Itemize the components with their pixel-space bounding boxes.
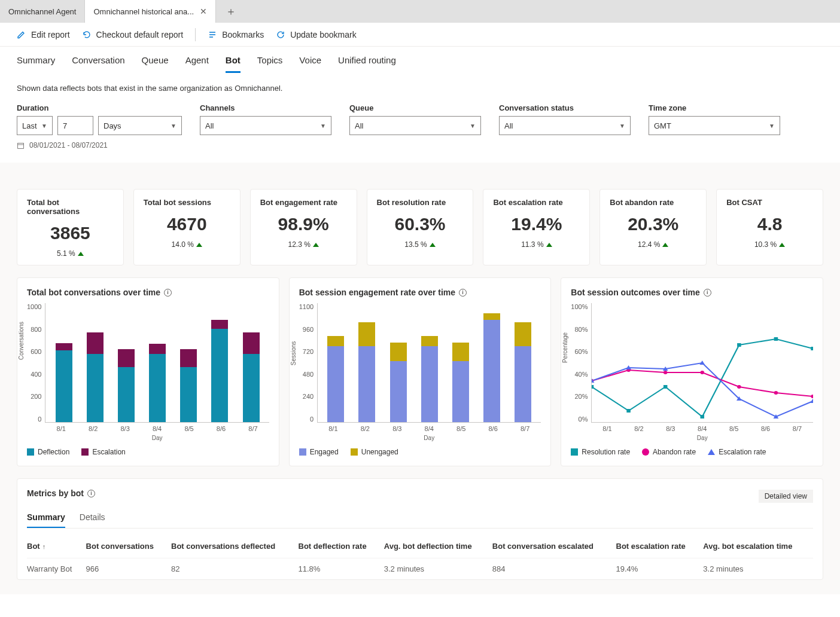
timezone-select[interactable]: GMT▼	[649, 116, 780, 135]
section-tab-summary[interactable]: Summary	[17, 55, 55, 73]
bar-segment	[327, 336, 344, 346]
section-tab-topics[interactable]: Topics	[257, 55, 283, 73]
kpi-card: Bot resolution rate 60.3% 13.5 %	[367, 189, 474, 265]
section-tab-queue[interactable]: Queue	[142, 55, 169, 73]
chevron-down-icon: ▼	[41, 123, 47, 129]
new-tab-button[interactable]: ＋	[216, 0, 246, 23]
svg-marker-21	[811, 399, 813, 403]
legend-swatch	[27, 448, 34, 456]
bar-segment	[515, 322, 531, 346]
bar-segment	[421, 336, 438, 346]
bar-column	[179, 303, 198, 422]
table-row[interactable]: Warranty Bot9668211.8%3.2 minutes88419.4…	[27, 558, 813, 580]
update-bookmark-button[interactable]: Update bookmark	[276, 30, 357, 39]
reset-icon	[82, 30, 92, 39]
column-header[interactable]: Avg. bot escalation time	[703, 534, 813, 558]
up-arrow-icon	[662, 243, 668, 247]
table-cell: 3.2 minutes	[703, 558, 813, 580]
kpi-title: Bot engagement rate	[260, 198, 337, 207]
chart-plot	[45, 303, 269, 423]
duration-unit-select[interactable]: Days▼	[98, 116, 182, 135]
bar-column	[210, 303, 229, 422]
duration-number-input[interactable]: 7	[57, 116, 93, 135]
line-series	[592, 339, 813, 417]
kpi-value: 60.3%	[394, 214, 445, 234]
bar-segment	[483, 320, 500, 422]
info-icon[interactable]: i	[704, 289, 711, 297]
chevron-down-icon: ▼	[470, 123, 476, 129]
bar-column	[242, 303, 261, 422]
bar-column	[357, 303, 376, 422]
bar-segment	[211, 320, 228, 329]
y-axis: 10008006004002000	[27, 303, 45, 423]
svg-rect-4	[701, 415, 705, 419]
window-tab-inactive[interactable]: Omnichannel Agent	[0, 0, 85, 23]
kpi-value: 98.9%	[278, 214, 329, 234]
window-tab-active[interactable]: Omnichannel historical ana... ✕	[85, 0, 216, 23]
checkout-report-button[interactable]: Checkout default report	[82, 30, 184, 39]
edit-report-button[interactable]: Edit report	[17, 30, 70, 39]
column-header[interactable]: Bot deflection rate	[299, 534, 384, 558]
up-arrow-icon	[78, 252, 84, 256]
bar-column	[86, 303, 105, 422]
svg-point-10	[664, 371, 668, 374]
bar-column	[54, 303, 74, 422]
y-axis: 100%80%60%40%20%0%	[571, 303, 591, 423]
bookmarks-icon	[208, 30, 217, 39]
bar-column	[326, 303, 345, 422]
column-header[interactable]: Bot conversations	[86, 534, 171, 558]
svg-point-13	[774, 391, 778, 395]
info-icon[interactable]: i	[87, 490, 95, 497]
kpi-card: Bot abandon rate 20.3% 12.4 %	[599, 189, 707, 265]
bar-column	[482, 303, 501, 422]
kpi-title: Bot abandon rate	[610, 198, 674, 207]
bar-column	[420, 303, 439, 422]
legend-item: Deflection	[27, 448, 69, 456]
bar-segment	[180, 367, 197, 422]
channels-select[interactable]: All▼	[200, 116, 331, 135]
section-tab-conversation[interactable]: Conversation	[72, 55, 124, 73]
info-icon[interactable]: i	[164, 289, 172, 297]
select-value: GMT	[654, 121, 671, 130]
filter-label-queue: Queue	[349, 103, 481, 112]
table-cell: 11.8%	[299, 558, 384, 580]
info-icon[interactable]: i	[459, 289, 467, 297]
column-header[interactable]: Bot conversation escalated	[492, 534, 616, 558]
column-header[interactable]: Avg. bot deflection time	[384, 534, 492, 558]
kpi-value: 4.8	[757, 214, 783, 234]
bar-segment	[87, 354, 104, 422]
svg-rect-7	[811, 347, 813, 350]
section-tab-bot[interactable]: Bot	[226, 55, 241, 73]
status-select[interactable]: All▼	[499, 116, 631, 135]
legend-item: Escalation	[81, 448, 125, 456]
close-icon[interactable]: ✕	[200, 7, 207, 16]
kpi-delta: 5.1 %	[57, 249, 84, 258]
refresh-icon	[276, 30, 285, 39]
kpi-row: Total bot conversations 3865 5.1 % Total…	[17, 189, 823, 265]
bar-segment	[87, 332, 104, 354]
select-value: Last	[22, 121, 37, 130]
y-axis-label: Sessions	[290, 341, 296, 366]
window-tab-strip: Omnichannel Agent Omnichannel historical…	[0, 0, 840, 23]
up-arrow-icon	[313, 243, 319, 247]
column-header[interactable]: Bot↑	[27, 534, 86, 558]
column-header[interactable]: Bot conversations deflected	[171, 534, 299, 558]
queue-select[interactable]: All▼	[349, 116, 481, 135]
bookmarks-button[interactable]: Bookmarks	[208, 30, 264, 39]
section-tab-unified-routing[interactable]: Unified routing	[338, 55, 396, 73]
chart-card-conversations: Total bot conversations over timei Conve…	[17, 277, 279, 466]
chart-card-engagement: Bot session engagement rate over timei S…	[289, 277, 552, 466]
metrics-sub-tabs: SummaryDetails	[27, 512, 813, 529]
calendar-icon	[17, 142, 25, 149]
metrics-tab-details[interactable]: Details	[80, 512, 105, 528]
duration-mode-select[interactable]: Last▼	[17, 116, 53, 135]
svg-rect-2	[627, 409, 631, 413]
column-header[interactable]: Bot escalation rate	[616, 534, 704, 558]
x-axis: 8/18/28/38/48/58/68/7	[317, 425, 541, 432]
x-axis-label: Day	[45, 435, 269, 441]
detailed-view-button[interactable]: Detailed view	[759, 490, 813, 503]
section-tab-agent[interactable]: Agent	[185, 55, 209, 73]
section-tab-voice[interactable]: Voice	[299, 55, 321, 73]
separator	[195, 28, 196, 41]
metrics-tab-summary[interactable]: Summary	[27, 512, 65, 528]
